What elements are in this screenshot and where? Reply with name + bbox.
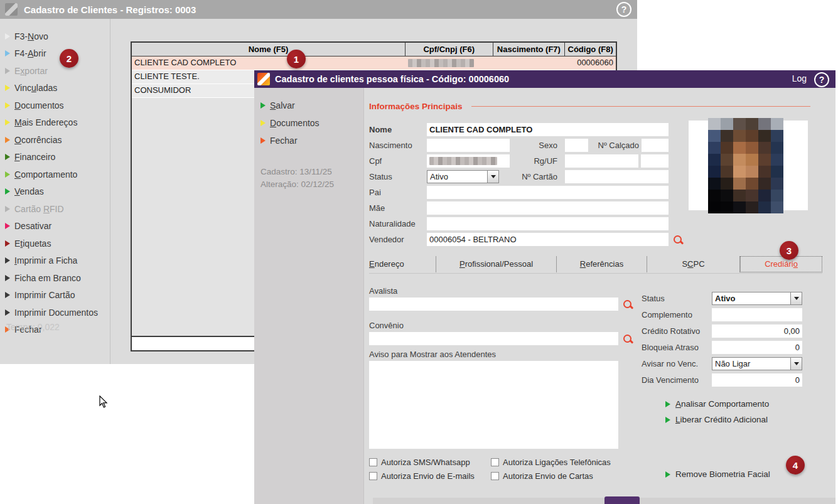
dropdown-arrow-icon[interactable] [487, 171, 498, 183]
sidebar-item-financeiro[interactable]: Financeiro [5, 151, 55, 163]
tempo-value: 0,022 [38, 322, 60, 332]
menu-item-label: Imprimir a Ficha [14, 255, 77, 265]
vendedor-search-icon[interactable] [673, 235, 683, 245]
tab-scpc[interactable]: SCPC [647, 256, 740, 272]
table-col-header-nome[interactable]: Nome (F5) [132, 43, 406, 56]
dropdown-arrow-icon[interactable] [790, 358, 802, 370]
menu-item-label: Vendas [14, 186, 44, 196]
status-value: Ativo [430, 171, 448, 183]
cell-nome: CLIENTE CAD COMPLETO [132, 56, 406, 70]
checkbox-autoriza-liga-es-telef-nicas[interactable] [491, 458, 499, 466]
sidebar-item-mais-endere-os[interactable]: Mais Endereços [5, 117, 77, 129]
sidebar-item-imprimir-cart-o[interactable]: Imprimir Cartão [5, 289, 75, 301]
convenio-field[interactable] [369, 332, 618, 345]
action-label: Fechar [270, 136, 298, 146]
avalista-search-icon[interactable] [623, 299, 633, 309]
nome-field[interactable]: CLIENTE CAD COMPLETO [427, 123, 669, 136]
vendedor-field[interactable]: 00006054 - BELTRANO [427, 233, 669, 246]
tab-endere-o[interactable]: Endereço [369, 256, 436, 272]
cartao-field[interactable] [565, 170, 669, 183]
calcado-label: Nº Calçado [585, 141, 639, 151]
link-label: Analisar Comportamento [675, 399, 769, 409]
menu-arrow-icon [5, 154, 10, 160]
redacted-cpf [429, 157, 497, 165]
menu-arrow-icon [5, 240, 10, 247]
complemento-field[interactable] [712, 308, 802, 321]
modal-action-salvar[interactable]: Salvar [261, 99, 295, 111]
sidebar-item-imprimir-a-ficha[interactable]: Imprimir a Ficha [5, 255, 77, 267]
convenio-search-icon[interactable] [623, 334, 633, 344]
link-arrow-icon [665, 471, 670, 478]
bottom-button-partial[interactable] [604, 496, 640, 504]
menu-arrow-icon [5, 68, 10, 74]
aviso-textarea[interactable] [369, 361, 618, 449]
sidebar-item-etiquetas[interactable]: Etiquetas [5, 237, 51, 249]
avisar-no-venc-select[interactable]: Não Ligar [712, 357, 802, 370]
sexo-label: Sexo [515, 141, 557, 151]
app-logo-icon [5, 3, 18, 16]
tab-profissional-pessoal[interactable]: Profissional/Pessoal [436, 256, 557, 272]
bg-sidebar-menu: F3-NovoF4-AbrirExportarVinculadasDocumen… [0, 19, 110, 364]
sidebar-item-ocorr-ncias[interactable]: Ocorrências [5, 134, 62, 146]
clients-window-titlebar[interactable]: Cadastro de Clientes - Registros: 0003 ? [0, 0, 637, 19]
log-button[interactable]: Log [792, 73, 807, 83]
table-col-header-nascimento[interactable]: Nascimento (F7) [493, 43, 566, 56]
link-analisar-comportamento[interactable]: Analisar Comportamento [665, 399, 769, 409]
sidebar-item-ficha-em-branco[interactable]: Ficha em Branco [5, 272, 81, 284]
checkbox-label: Autoriza SMS/Whatsapp [381, 458, 470, 467]
menu-item-label: Vinculadas [14, 83, 57, 93]
status-select[interactable]: Ativo [427, 170, 499, 183]
calcado-field[interactable] [642, 139, 669, 152]
dia-vencimento-field[interactable]: 0 [712, 373, 802, 387]
sidebar-item-desativar[interactable]: Desativar [5, 220, 51, 232]
bloqueia-atraso-field[interactable]: 0 [712, 341, 802, 354]
sidebar-item-documentos[interactable]: Documentos [5, 99, 64, 111]
menu-arrow-icon [5, 275, 10, 281]
link-liberar-cr-dito-adicional[interactable]: Liberar Crédito Adicional [665, 415, 768, 424]
tab-refer-ncias[interactable]: Referências [557, 256, 647, 272]
help-icon[interactable]: ? [814, 72, 829, 87]
cpf-field[interactable] [427, 154, 510, 168]
link-remove-biometria-facial[interactable]: Remove Biometria Facial [665, 469, 770, 479]
help-icon[interactable]: ? [616, 2, 631, 17]
vendedor-label: Vendedor [369, 235, 404, 245]
mae-field[interactable] [427, 201, 669, 215]
table-col-header-cpf[interactable]: Cpf/Cnpj (F6) [406, 43, 493, 56]
checkbox-autoriza-envio-de-cartas[interactable] [491, 472, 499, 480]
client-window-titlebar[interactable]: Cadastro de clientes pessoa física - Cód… [254, 70, 835, 88]
sidebar-item-vendas[interactable]: Vendas [5, 186, 44, 198]
menu-item-label: Cartão RFID [14, 204, 64, 214]
uf-field[interactable] [641, 154, 669, 168]
tab-credi-rio[interactable]: Crediário [740, 256, 822, 272]
modal-action-fechar[interactable]: Fechar [261, 134, 298, 146]
rg-field[interactable] [565, 154, 638, 168]
checkbox-autoriza-envio-de-e-mails[interactable] [369, 472, 377, 480]
sidebar-item-comportamento[interactable]: Comportamento [5, 168, 77, 180]
dropdown-arrow-icon[interactable] [790, 292, 802, 304]
pai-field[interactable] [427, 186, 669, 199]
modal-action-documentos[interactable]: Documentos [261, 117, 320, 129]
cr-dito-rotativo-field[interactable]: 0,00 [712, 324, 802, 338]
menu-item-label: Imprimir Documentos [14, 308, 98, 318]
sidebar-item-vinculadas[interactable]: Vinculadas [5, 82, 57, 94]
menu-item-label: Ocorrências [14, 135, 62, 145]
sidebar-item-f4-abrir[interactable]: F4-Abrir [5, 48, 46, 60]
menu-item-label: Exportar [14, 66, 48, 76]
table-row[interactable]: CLIENTE CAD COMPLETO00006060 [132, 56, 616, 70]
modal-content: Informações Principais Nome CLIENTE CAD … [364, 88, 835, 504]
tempo-status: Tempo: 0,022 [6, 322, 60, 332]
avalista-field[interactable] [369, 298, 618, 311]
section-title: Informações Principais [369, 102, 463, 111]
modified-date: Alteração: 02/12/25 [261, 180, 334, 189]
nome-label: Nome [369, 125, 392, 135]
checkbox-autoriza-sms-whatsapp[interactable] [369, 458, 377, 466]
client-detail-window: Cadastro de clientes pessoa física - Cód… [254, 70, 835, 504]
nascimento-field[interactable] [427, 139, 510, 152]
naturalidade-field[interactable] [427, 217, 669, 230]
link-arrow-icon [665, 401, 670, 407]
sidebar-item-f3-novo[interactable]: F3-Novo [5, 30, 48, 42]
status-select[interactable]: Ativo [712, 292, 802, 305]
table-col-header-codigo[interactable]: Código (F8) [565, 43, 616, 56]
sidebar-item-imprimir-documentos[interactable]: Imprimir Documentos [5, 306, 98, 318]
cell-codigo: 00006060 [565, 56, 616, 70]
